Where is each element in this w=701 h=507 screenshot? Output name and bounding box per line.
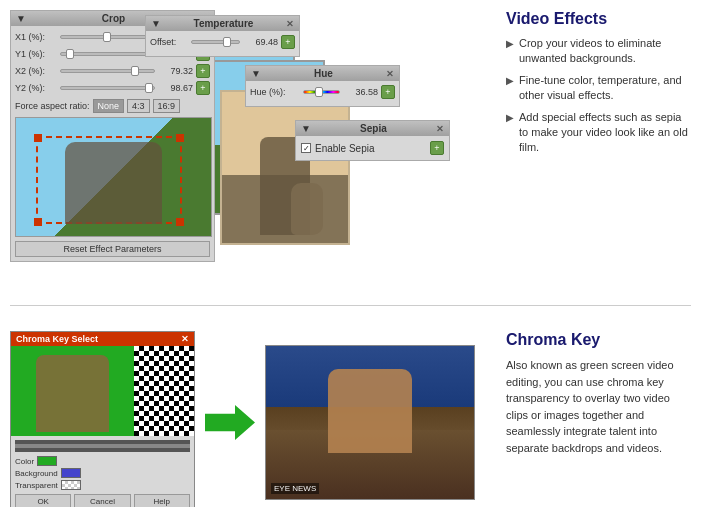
chroma-dialog-title-label: Chroma Key Select	[16, 334, 98, 344]
chroma-timeline	[15, 440, 190, 452]
y1-label: Y1 (%):	[15, 49, 57, 59]
chroma-dialog-close-icon[interactable]: ✕	[181, 334, 189, 344]
offset-slider[interactable]	[191, 40, 240, 44]
video-effects-bullets: ▶ Crop your videos to eliminate unwanted…	[506, 36, 691, 156]
hue-thumb[interactable]	[315, 87, 323, 97]
x2-slider[interactable]	[60, 69, 155, 73]
color-swatch-green[interactable]	[37, 456, 57, 466]
chroma-controls: Color Background Transparent OK Cancel	[11, 436, 194, 507]
offset-label: Offset:	[150, 37, 188, 47]
bullet-text-1: Crop your videos to eliminate unwanted b…	[519, 36, 691, 67]
color-row-2: Background	[15, 468, 190, 478]
y1-thumb[interactable]	[66, 49, 74, 59]
chroma-dialog-title: Chroma Key Select ✕	[11, 332, 194, 346]
chroma-btn-row: OK Cancel Help	[15, 494, 190, 507]
temp-panel-title: ▼ Temperature ✕	[146, 16, 299, 31]
bottom-section: Chroma Key Select ✕ Color	[10, 316, 691, 507]
video-effects-title: Video Effects	[506, 10, 691, 28]
crop-handle-br[interactable]	[176, 218, 184, 226]
temp-close-icon[interactable]: ✕	[286, 19, 294, 29]
crop-handle-tl[interactable]	[34, 134, 42, 142]
temp-panel-label: Temperature	[194, 18, 254, 29]
hue-value: 36.58	[343, 87, 378, 97]
y2-slider[interactable]	[60, 86, 155, 90]
color-swatch-bg[interactable]	[61, 468, 81, 478]
aspect-none-btn[interactable]: None	[93, 99, 125, 113]
offset-value: 69.48	[243, 37, 278, 47]
bullet-arrow-3: ▶	[506, 111, 514, 125]
offset-slider-row: Offset: 69.48 +	[150, 35, 295, 49]
bullet-arrow-2: ▶	[506, 74, 514, 88]
y2-add-btn[interactable]: +	[196, 81, 210, 95]
temp-title-arrow: ▼	[151, 18, 161, 29]
news-logo: EYE NEWS	[271, 483, 319, 494]
crop-person-silhouette	[65, 142, 163, 225]
chroma-key-description: Also known as green screen video editing…	[506, 357, 691, 456]
sepia-panel-title: ▼ Sepia ✕	[296, 121, 449, 136]
news-presenter-figure	[328, 369, 411, 453]
bullet-item-1: ▶ Crop your videos to eliminate unwanted…	[506, 36, 691, 67]
background-label: Background	[15, 469, 58, 478]
sepia-panel-label: Sepia	[360, 123, 387, 134]
hue-slider[interactable]	[303, 90, 340, 94]
temp-panel: ▼ Temperature ✕ Offset: 69.48 +	[145, 15, 300, 57]
top-section: ▼ Crop ✕ X1 (%): 32.71 + Y1	[10, 10, 691, 306]
x2-add-btn[interactable]: +	[196, 64, 210, 78]
chroma-text: Chroma Key Also known as green screen vi…	[491, 331, 691, 456]
enable-sepia-checkbox[interactable]: ✓	[301, 143, 311, 153]
chroma-presenter-figure	[36, 355, 110, 432]
photo-bg-3	[222, 92, 348, 243]
x1-slider[interactable]	[60, 35, 155, 39]
photo-dog-3	[291, 183, 323, 236]
crop-content: X1 (%): 32.71 + Y1 (%): 3.34 +	[11, 26, 214, 261]
news-scene: EYE NEWS	[265, 345, 475, 500]
bullet-text-2: Fine-tune color, temperature, and other …	[519, 73, 691, 104]
arrow-container	[200, 405, 260, 440]
effects-panels: ▼ Crop ✕ X1 (%): 32.71 + Y1	[10, 10, 491, 290]
hue-slider-row: Hue (%): 36.58 +	[250, 85, 395, 99]
sepia-add-btn[interactable]: +	[430, 141, 444, 155]
aspect-label: Force aspect ratio:	[15, 101, 90, 111]
chroma-timeline-bar	[15, 444, 190, 448]
photo-preview-3	[220, 90, 350, 245]
x2-label: X2 (%):	[15, 66, 57, 76]
x2-value: 79.32	[158, 66, 193, 76]
crop-panel-label: Crop	[102, 13, 125, 24]
chroma-key-title: Chroma Key	[506, 331, 691, 349]
offset-thumb[interactable]	[223, 37, 231, 47]
sepia-content: ✓ Enable Sepia +	[296, 136, 449, 160]
bullet-item-3: ▶ Add special effects such as sepia to m…	[506, 110, 691, 156]
hue-panel: ▼ Hue ✕ Hue (%): 36.58 +	[245, 65, 400, 107]
hue-label: Hue (%):	[250, 87, 300, 97]
ok-btn[interactable]: OK	[15, 494, 71, 507]
x1-thumb[interactable]	[103, 32, 111, 42]
enable-sepia-label: Enable Sepia	[315, 143, 375, 154]
hue-add-btn[interactable]: +	[381, 85, 395, 99]
y1-slider[interactable]	[60, 52, 155, 56]
sepia-close-icon[interactable]: ✕	[436, 124, 444, 134]
chroma-preview	[11, 346, 194, 436]
color-row-3: Transparent	[15, 480, 190, 490]
temp-content: Offset: 69.48 +	[146, 31, 299, 56]
crop-image-inner	[16, 118, 211, 236]
chroma-dialog: Chroma Key Select ✕ Color	[10, 331, 195, 507]
x2-thumb[interactable]	[131, 66, 139, 76]
bullet-arrow-1: ▶	[506, 37, 514, 51]
aspect-16-9-btn[interactable]: 16:9	[153, 99, 181, 113]
cancel-btn[interactable]: Cancel	[74, 494, 130, 507]
y2-thumb[interactable]	[145, 83, 153, 93]
color-row-1: Color	[15, 456, 190, 466]
crop-title-arrow: ▼	[16, 13, 26, 24]
crop-handle-tr[interactable]	[176, 134, 184, 142]
aspect-4-3-btn[interactable]: 4:3	[127, 99, 150, 113]
color-swatch-trans[interactable]	[61, 480, 81, 490]
help-btn[interactable]: Help	[134, 494, 190, 507]
crop-handle-bl[interactable]	[34, 218, 42, 226]
main-container: ▼ Crop ✕ X1 (%): 32.71 + Y1	[0, 0, 701, 507]
transparent-label: Transparent	[15, 481, 58, 490]
sepia-panel: ▼ Sepia ✕ ✓ Enable Sepia +	[295, 120, 450, 161]
hue-panel-label: Hue	[314, 68, 333, 79]
reset-btn[interactable]: Reset Effect Parameters	[15, 241, 210, 257]
hue-close-icon[interactable]: ✕	[386, 69, 394, 79]
offset-add-btn[interactable]: +	[281, 35, 295, 49]
